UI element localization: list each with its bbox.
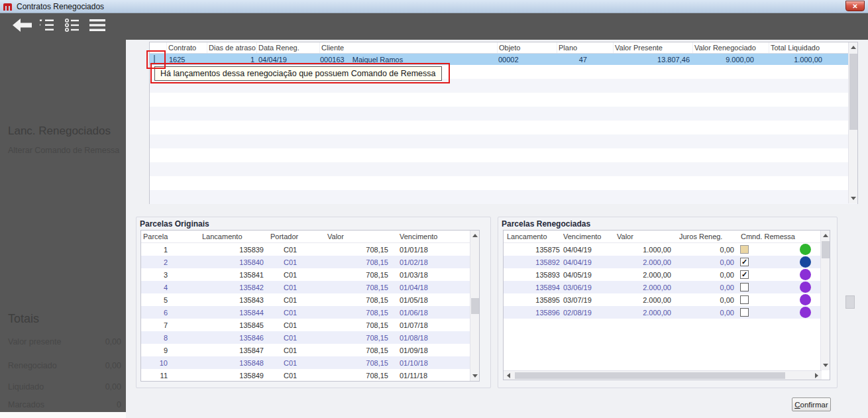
col-header-data-reneg[interactable]: Data Reneg. (257, 42, 320, 53)
parcelas-renegociadas-hscrollbar[interactable] (504, 370, 822, 380)
scroll-right-button[interactable] (812, 371, 822, 380)
table-row[interactable]: 13589503/07/192.000,000,00 (504, 293, 830, 306)
col-header-total-liquidado[interactable]: Total Liquidado (769, 42, 848, 53)
scroll-up-button[interactable] (821, 231, 830, 240)
col-header-valor-renegociado[interactable]: Valor Renegociado (693, 42, 769, 53)
scrollbar-thumb[interactable] (471, 298, 479, 314)
cell: 708,15 (325, 346, 395, 354)
parcelas-originais-group: Parcelas Originais Parcela Lancamento Po… (136, 217, 491, 388)
contracts-grid-header: Contrato Dias de atraso Data Reneg. Clie… (150, 42, 857, 54)
scroll-down-button[interactable] (821, 360, 830, 370)
col-header-valor-presente[interactable]: Valor Presente (614, 42, 693, 53)
cell: 04/05/19 (562, 271, 615, 279)
col-header-parcela[interactable]: Parcela (141, 233, 201, 240)
total-label: Marcados (8, 400, 44, 409)
table-row[interactable]: 7135845C01708,1501/07/18 (141, 319, 479, 331)
cell: C01 (267, 246, 325, 254)
arrow-left-icon (507, 373, 510, 378)
table-row[interactable]: 13587504/04/191.000,000,00 (504, 243, 830, 256)
cmnd-remessa-checkbox[interactable]: ✓ (740, 258, 749, 266)
scrollbar-thumb[interactable] (849, 54, 857, 130)
toolbar (0, 13, 868, 40)
parcelas-originais-vscrollbar[interactable] (470, 231, 479, 381)
cell: 135848 (201, 359, 267, 367)
cell: 708,15 (325, 271, 395, 279)
scroll-left-button[interactable] (504, 371, 514, 380)
contract-checkbox[interactable] (154, 55, 155, 64)
scroll-up-button[interactable] (470, 231, 480, 240)
col-header-objeto[interactable]: Objeto (498, 42, 557, 53)
cell: 01/06/18 (395, 309, 471, 317)
confirm-button[interactable]: Confirmar (792, 397, 831, 411)
table-row[interactable]: 5135843C01708,1501/05/18 (141, 293, 479, 306)
col-header-lancamento[interactable]: Lancamento (504, 233, 562, 240)
col-header-contrato[interactable]: Contrato (167, 42, 207, 53)
checklist-button[interactable] (34, 15, 60, 38)
table-row[interactable]: 8135846C01708,1501/08/18 (141, 331, 479, 344)
menu-button[interactable] (85, 15, 110, 38)
cell: 708,15 (325, 359, 395, 367)
parcelas-originais-body: 1135839C01708,1501/01/182135840C01708,15… (141, 243, 479, 382)
status-circle (800, 282, 811, 293)
parcelas-renegociadas-vscrollbar[interactable] (820, 231, 830, 370)
contracts-grid-vscrollbar[interactable] (848, 42, 857, 203)
col-header-plano[interactable]: Plano (557, 42, 614, 53)
arrow-down-icon (472, 374, 478, 378)
sidebar-item-alterar-comando-remessa[interactable]: Alterar Comando de Remessa (8, 146, 119, 155)
col-header-valor[interactable]: Valor (325, 233, 395, 240)
table-row[interactable]: 3135841C01708,1501/03/18 (141, 268, 479, 281)
back-button[interactable] (9, 15, 34, 38)
cell: 708,15 (325, 309, 395, 317)
status-circle (800, 307, 811, 318)
cell: 01/03/18 (395, 271, 471, 279)
cell: C01 (267, 284, 325, 291)
cell: 3 (141, 271, 201, 279)
scrollbar-thumb[interactable] (515, 372, 785, 379)
table-row[interactable]: 13589602/08/192.000,000,00 (504, 306, 830, 319)
cell: 0,00 (675, 246, 737, 254)
table-row[interactable]: 9135847C01708,1501/09/18 (141, 344, 479, 356)
cmnd-remessa-checkbox[interactable]: ✓ (740, 270, 749, 279)
arrow-down-icon (851, 197, 856, 200)
col-header-cliente[interactable]: Cliente (320, 42, 498, 53)
col-header-vencimento[interactable]: Vencimento (395, 233, 471, 240)
table-row[interactable]: 1135839C01708,1501/01/18 (141, 243, 479, 256)
cell: 135847 (201, 346, 267, 354)
table-row[interactable]: 13589304/05/192.000,000,00✓ (504, 268, 830, 281)
col-header-valor[interactable]: Valor (615, 233, 675, 240)
checklist-detail-button[interactable] (60, 15, 85, 38)
scroll-down-button[interactable] (470, 371, 480, 381)
col-header-vencimento[interactable]: Vencimento (562, 233, 615, 240)
cell: 01/04/18 (395, 284, 471, 291)
scrollbar-thumb[interactable] (822, 241, 830, 258)
total-label: Renegociado (8, 361, 57, 370)
table-row[interactable]: 2135840C01708,1501/02/18 (141, 256, 479, 268)
sidebar-section-lanc-renegociados: Lanc. Renegociados (8, 125, 111, 138)
table-row[interactable]: 11135849C01708,1501/11/18 (141, 369, 479, 382)
scroll-down-button[interactable] (849, 193, 858, 203)
cell: 1 (141, 246, 201, 254)
scroll-up-button[interactable] (849, 42, 858, 52)
col-header-cmnd-remessa[interactable]: Cmnd. Remessa (737, 233, 788, 240)
table-row[interactable]: 13589204/04/192.000,000,00✓ (504, 256, 830, 268)
cell: 135846 (201, 334, 267, 342)
total-liquidado: Liquidado 0,00 (8, 382, 121, 392)
cmnd-remessa-checkbox[interactable] (740, 283, 749, 291)
col-header-portador[interactable]: Portador (267, 233, 325, 240)
col-header-lancamento[interactable]: Lancamento (201, 233, 267, 240)
window-title: Contratos Renegociados (17, 2, 104, 11)
cell: 708,15 (325, 284, 395, 291)
cell: 01/07/18 (395, 321, 471, 329)
cell: 11 (141, 372, 201, 380)
cmnd-remessa-checkbox[interactable] (740, 295, 749, 304)
contract-row-selected[interactable]: 1625 1 04/04/19 000163 Maiquel Ramos 000… (150, 54, 857, 65)
table-row[interactable]: 10135848C01708,1501/10/18 (141, 356, 479, 369)
col-header-juros-reneg[interactable]: Juros Reneg. (675, 233, 737, 240)
table-row[interactable]: 13589403/06/192.000,000,00 (504, 281, 830, 293)
col-header-dias-de-atraso[interactable]: Dias de atraso (207, 42, 257, 53)
close-button[interactable]: ✕ (845, 1, 865, 11)
table-row[interactable]: 4135842C01708,1501/04/18 (141, 281, 479, 293)
cell: 04/04/19 (562, 258, 615, 266)
cmnd-remessa-checkbox[interactable] (740, 308, 749, 317)
table-row[interactable]: 6135844C01708,1501/06/18 (141, 306, 479, 319)
